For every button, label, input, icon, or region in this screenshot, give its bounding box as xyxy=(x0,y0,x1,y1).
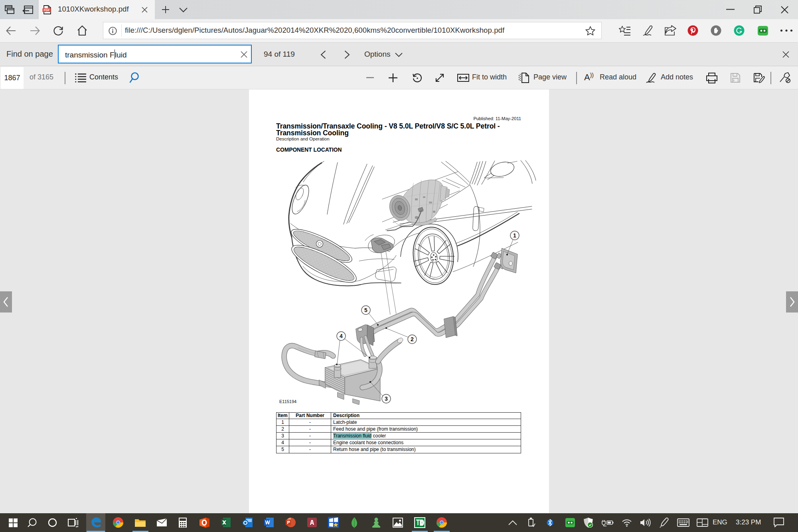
svg-text:4: 4 xyxy=(340,333,343,339)
svg-text:3: 3 xyxy=(385,396,388,402)
svg-text:2: 2 xyxy=(411,336,414,342)
svg-text:1: 1 xyxy=(513,232,516,239)
svg-text:PDF: PDF xyxy=(44,8,50,12)
svg-text:5: 5 xyxy=(364,307,367,313)
